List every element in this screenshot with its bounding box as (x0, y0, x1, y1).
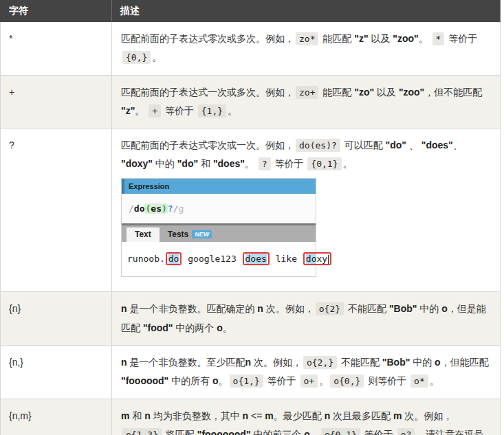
bold-text: n (121, 357, 127, 368)
expression-panel-header: Expression (122, 179, 316, 194)
desc-text: 以及 (374, 87, 399, 98)
desc-cell: n 是一个非负整数。至少匹配n 次。例如，o{2,} 不能匹配 "Bob" 中的… (112, 345, 501, 399)
code-chip: {0,1} (307, 157, 341, 170)
desc-text: 均为非负整数，其中 (151, 410, 243, 421)
regex-group-close-paren: ) (162, 203, 167, 214)
tab-tests-label: Tests (168, 230, 188, 239)
desc-text: 。 (419, 33, 431, 44)
desc-cell: m 和 n 均为非负整数，其中 n <= m。最少匹配 n 次且最多匹配 m 次… (112, 399, 501, 435)
bold-text: "fooooood" (197, 429, 251, 435)
bold-text: o (217, 322, 223, 333)
code-chip: o{1,} (230, 375, 263, 388)
table-header-row: 字符 描述 (1, 1, 501, 22)
desc-text: 中的 (417, 303, 441, 314)
column-header-desc: 描述 (112, 1, 501, 22)
bold-text: "food" (143, 322, 173, 333)
bold-text: "foooood" (121, 375, 168, 386)
desc-text: 。 (135, 105, 147, 116)
code-chip: {0,} (122, 51, 151, 64)
bold-text: o (435, 357, 441, 368)
code-chip: o{0,} (330, 375, 364, 388)
desc-text: 能匹配 (320, 33, 354, 44)
desc-text: 等价于 (162, 105, 197, 116)
desc-text: 。 (152, 52, 162, 63)
desc-text: ，但能匹配 (441, 357, 489, 368)
desc-text: 是一个非负整数。匹配确定的 (127, 303, 258, 314)
bold-text: o (304, 429, 310, 435)
bold-text: "zo" (354, 87, 374, 98)
bold-text: "zoo" (399, 87, 424, 98)
bold-text: "do" (386, 140, 406, 150)
regex-quantifier: ? (168, 203, 173, 214)
desc-text: 等价于 (272, 158, 307, 169)
desc-text: 可以匹配 (342, 140, 386, 150)
regex-open-slash: / (129, 203, 134, 214)
desc-text: 。 (223, 322, 232, 333)
new-badge: NEW (192, 230, 212, 238)
desc-text: 、 (406, 140, 421, 150)
column-header-char: 字符 (1, 1, 112, 22)
code-chip: * (432, 32, 445, 45)
bold-text: n (243, 410, 249, 421)
bold-text: "z" (121, 105, 135, 116)
desc-text: 中的所有 (168, 375, 212, 386)
test-plain-text: like (270, 254, 303, 264)
regex-pattern-display: /do(es)?/g (122, 194, 316, 223)
desc-text: 次。例如， (251, 357, 302, 368)
desc-text: 。 (430, 375, 439, 386)
bold-text: o (441, 303, 448, 314)
table-row: {n,}n 是一个非负整数。至少匹配n 次。例如，o{2,} 不能匹配 "Bob… (1, 345, 501, 399)
test-text-area: runoob.do google123 does like doxy (122, 242, 316, 277)
tab-tests: Tests NEW (160, 227, 220, 242)
char-cell: {n,} (1, 345, 112, 399)
bold-text: n (257, 303, 263, 314)
code-chip: o* (410, 375, 428, 388)
char-cell: {n,m} (1, 399, 112, 435)
tab-bar: Text Tests NEW (122, 223, 316, 242)
bold-text: "doxy" (121, 158, 153, 169)
bold-text: n (121, 303, 127, 314)
table-row: {n,m}m 和 n 均为非负整数，其中 n <= m。最少匹配 n 次且最多匹… (1, 399, 501, 435)
bold-text: "do" (177, 158, 198, 169)
char-cell: {n} (1, 292, 112, 346)
table-row: +匹配前面的子表达式一次或多次。例如，zo+ 能匹配 "zo" 以及 "zoo"… (1, 75, 501, 129)
desc-text: 则等价于 (365, 375, 409, 386)
desc-text: 匹配前面的子表达式零次或一次。例如， (121, 140, 294, 150)
test-plain-text: google123 (182, 254, 241, 264)
code-chip: o? (397, 428, 415, 435)
bold-text: m (121, 410, 129, 421)
bold-text: "Bob" (389, 303, 417, 314)
code-chip: zo+ (296, 86, 318, 99)
desc-text: 和 (129, 410, 144, 421)
test-plain-text: runoob. (127, 254, 165, 264)
test-text-line: runoob.do google123 does like doxy (127, 252, 310, 266)
regex-group: (es) (144, 203, 167, 214)
desc-text: 次且最多匹配 (330, 410, 393, 421)
desc-text: 等价于 (265, 375, 299, 386)
match-box: doxy (303, 252, 331, 266)
desc-text: 。最少匹配 (274, 410, 325, 421)
text-cursor (328, 255, 329, 264)
desc-text: <= (248, 410, 265, 421)
desc-text: 中的 (153, 158, 177, 169)
bold-text: "Bob" (382, 357, 410, 368)
desc-text: 。 (228, 105, 237, 116)
match-highlight: does (245, 254, 267, 264)
desc-text: 等价于 (362, 429, 396, 435)
match-box: do (166, 252, 182, 266)
desc-text: 次。例如， (263, 303, 314, 314)
match-highlight: do (168, 254, 179, 264)
desc-text: 次。例如， (402, 410, 452, 421)
code-chip: o{2,} (303, 356, 337, 369)
desc-text: 。 (245, 158, 257, 169)
char-cell: ? (1, 129, 112, 292)
desc-text: 以及 (369, 33, 393, 44)
desc-text: 是一个非负整数。至少匹配 (127, 357, 245, 368)
bold-text: "zoo" (393, 33, 418, 44)
desc-cell: 匹配前面的子表达式零次或一次。例如，do(es)? 可以匹配 "do" 、 "d… (112, 129, 501, 292)
desc-text: 将匹配 (163, 429, 197, 435)
desc-text: 匹配前面的子表达式一次或多次。例如， (121, 87, 294, 98)
match-box: does (243, 252, 270, 266)
table-row: {n}n 是一个非负整数。匹配确定的 n 次。例如，o{2} 不能匹配 "Bob… (1, 292, 501, 346)
regex-tester-screenshot: Expression /do(es)?/g Text Tests NEW run… (121, 178, 316, 278)
